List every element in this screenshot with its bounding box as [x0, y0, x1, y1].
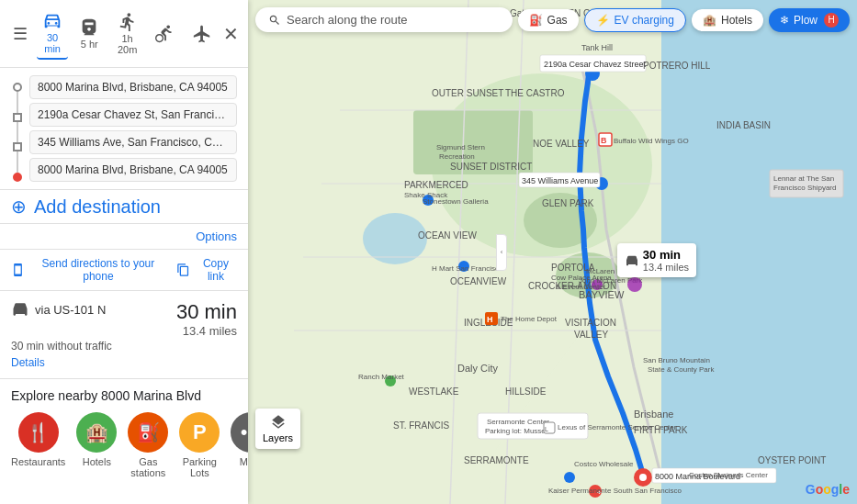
- connector-2: [17, 122, 18, 143]
- via-label: via US-101 N: [35, 303, 106, 317]
- walk-time: 1h 20m: [116, 33, 139, 55]
- svg-text:GLEN PARK: GLEN PARK: [542, 198, 594, 208]
- explore-gas[interactable]: ⛽ Gas stations: [128, 412, 168, 478]
- callout-car-icon: [625, 253, 639, 268]
- route-traffic: 30 min without traffic: [11, 340, 237, 353]
- hotels-filter-label: Hotels: [721, 14, 752, 27]
- explore-restaurants[interactable]: 🍴 Restaurants: [11, 412, 65, 478]
- svg-text:Francisco Shipyard: Francisco Shipyard: [773, 184, 836, 192]
- details-button[interactable]: Details: [11, 356, 45, 369]
- drive-time: 30 min: [42, 32, 62, 54]
- plow-filter-label: Plow: [794, 14, 818, 27]
- svg-text:B: B: [601, 136, 607, 145]
- gas-filter-button[interactable]: ⛽ Gas: [518, 9, 579, 31]
- connector-3: [17, 151, 18, 173]
- svg-text:HILLSIDE: HILLSIDE: [505, 386, 547, 397]
- waypoint-input-3[interactable]: [29, 130, 237, 154]
- waypoint-input-1[interactable]: [29, 75, 237, 99]
- svg-text:OUTER SUNSET: OUTER SUNSET: [432, 88, 503, 98]
- transit-time: 5 hr: [81, 39, 98, 50]
- svg-text:OCEAN VIEW: OCEAN VIEW: [418, 230, 477, 241]
- svg-point-61: [564, 472, 575, 483]
- svg-text:Sigmund Stern: Sigmund Stern: [436, 143, 485, 151]
- route-name: via US-101 N: [11, 300, 106, 319]
- close-button[interactable]: ✕: [223, 23, 239, 45]
- map-area[interactable]: Search along the route ⛽ Gas ⚡ EV chargi…: [248, 0, 857, 504]
- waypoint-input-2[interactable]: [29, 103, 237, 127]
- layers-icon: [270, 414, 287, 431]
- add-icon: ⊕: [11, 196, 27, 218]
- svg-text:State & County Park: State & County Park: [648, 365, 715, 374]
- route-info: via US-101 N 30 min 13.4 miles 30 min wi…: [0, 291, 248, 379]
- svg-point-88: [627, 277, 642, 292]
- waypoint-dot-2: [13, 113, 22, 122]
- svg-text:2190a Cesar Chavez Street: 2190a Cesar Chavez Street: [544, 60, 647, 69]
- svg-text:Kaiser Permanente South San Fr: Kaiser Permanente South San Francisco: [548, 487, 682, 495]
- svg-text:H: H: [487, 315, 493, 324]
- sidebar: ☰ 30 min 5 hr 1h 20m ✕: [0, 0, 248, 504]
- map-search-bar[interactable]: Search along the route: [255, 7, 513, 32]
- svg-text:H Mart San Francisco: H Mart San Francisco: [432, 264, 503, 273]
- parking-label: Parking Lots: [179, 456, 220, 478]
- explore-nearby: Explore nearby 8000 Marina Blvd 🍴 Restau…: [0, 379, 248, 487]
- svg-text:THE CASTRO: THE CASTRO: [505, 88, 565, 98]
- add-destination-label: Add destination: [34, 196, 161, 218]
- svg-text:PARKMERCED: PARKMERCED: [404, 180, 468, 190]
- map-route-callout: 30 min 13.4 miles: [617, 243, 696, 277]
- drive-mode-button[interactable]: 30 min: [37, 7, 68, 60]
- map-svg: Brisbane OUTER SUNSET THE CASTRO NOE VAL…: [248, 0, 857, 504]
- waypoint-input-4[interactable]: [29, 158, 237, 182]
- route-summary: via US-101 N 30 min 13.4 miles: [11, 300, 237, 338]
- svg-text:Brisbane: Brisbane: [634, 409, 673, 420]
- explore-parking[interactable]: P Parking Lots: [179, 412, 220, 478]
- plane-mode-button[interactable]: [186, 20, 218, 48]
- add-destination-button[interactable]: ⊕ Add destination: [0, 190, 248, 224]
- restaurants-icon: 🍴: [18, 412, 59, 453]
- ev-filter-button[interactable]: ⚡ EV charging: [584, 8, 686, 32]
- plow-badge: H: [824, 13, 839, 28]
- svg-text:INDIA BASIN: INDIA BASIN: [716, 120, 771, 130]
- svg-text:Buffalo Wild Wings GO: Buffalo Wild Wings GO: [614, 137, 689, 145]
- gas-filter-icon: ⛽: [529, 14, 543, 27]
- hamburger-button[interactable]: ☰: [9, 20, 31, 48]
- explore-hotels[interactable]: 🏨 Hotels: [76, 412, 117, 478]
- svg-point-36: [639, 474, 647, 481]
- svg-text:Ranch Market: Ranch Market: [358, 373, 405, 381]
- explore-icons-row: 🍴 Restaurants 🏨 Hotels ⛽ Gas stations P …: [11, 412, 237, 478]
- explore-more[interactable]: ••• More: [231, 412, 248, 478]
- plow-filter-button[interactable]: ❄ Plow H: [769, 8, 850, 32]
- hotels-filter-icon: 🏨: [703, 14, 716, 27]
- copy-link-button[interactable]: Copy link: [176, 257, 237, 283]
- options-button[interactable]: Options: [196, 230, 237, 243]
- more-icon: •••: [231, 412, 248, 453]
- transport-mode-nav: ☰ 30 min 5 hr 1h 20m ✕: [0, 0, 248, 68]
- gas-filter-label: Gas: [547, 14, 568, 27]
- restaurants-label: Restaurants: [11, 456, 65, 467]
- gas-icon: ⛽: [128, 412, 168, 453]
- directions-actions: Send directions to your phone Copy link: [0, 250, 248, 291]
- svg-text:ST. FRANCIS: ST. FRANCIS: [393, 420, 449, 431]
- plow-filter-icon: ❄: [780, 14, 789, 27]
- parking-icon: P: [179, 412, 220, 453]
- route-time-block: 30 min 13.4 miles: [176, 300, 237, 338]
- svg-text:The Home Depot: The Home Depot: [501, 315, 558, 323]
- svg-text:L: L: [545, 426, 548, 432]
- svg-text:VALLEY: VALLEY: [574, 330, 608, 340]
- transit-mode-button[interactable]: 5 hr: [73, 14, 105, 53]
- hotels-icon: 🏨: [76, 412, 117, 453]
- svg-text:SUNSET DISTRICT: SUNSET DISTRICT: [450, 162, 532, 172]
- bike-mode-button[interactable]: [150, 20, 181, 48]
- walk-mode-button[interactable]: 1h 20m: [110, 8, 144, 59]
- route-distance: 13.4 miles: [176, 324, 237, 338]
- hotels-label: Hotels: [83, 456, 111, 467]
- svg-text:Stonestown Galleria: Stonestown Galleria: [423, 197, 489, 206]
- gas-label: Gas stations: [128, 456, 168, 478]
- collapse-sidebar-button[interactable]: ‹: [496, 234, 507, 271]
- svg-text:Costco Wholesale: Costco Wholesale: [574, 460, 634, 468]
- callout-distance: 13.4 miles: [643, 262, 689, 273]
- waypoint-dot-3: [13, 142, 22, 151]
- hotels-filter-button[interactable]: 🏨 Hotels: [692, 9, 763, 31]
- layers-button[interactable]: Layers: [255, 409, 300, 449]
- send-directions-button[interactable]: Send directions to your phone: [11, 257, 167, 283]
- ev-filter-label: EV charging: [615, 14, 674, 27]
